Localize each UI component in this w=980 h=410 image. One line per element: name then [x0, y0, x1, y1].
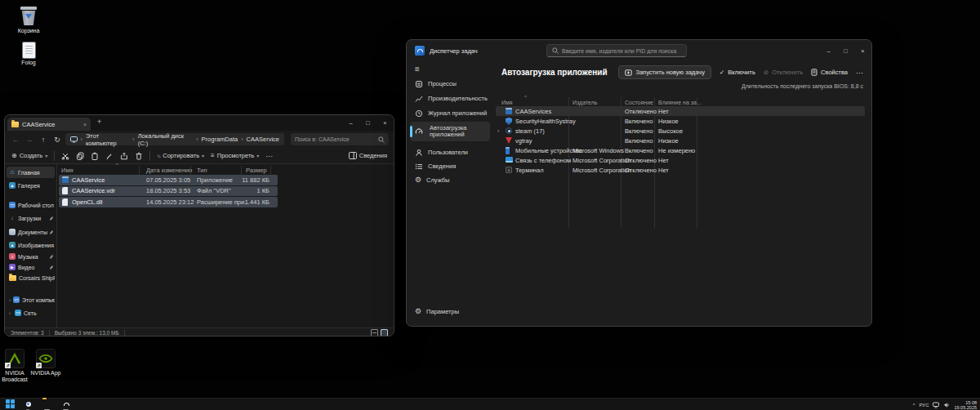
- sort-button[interactable]: ↑↓ Сортировать ▾: [157, 152, 204, 159]
- file-row[interactable]: OpenCL.dll 14.05.2025 23:12 Расширение п…: [59, 197, 278, 207]
- nav-item-startup-apps[interactable]: Автозагрузка приложений: [410, 122, 490, 141]
- view-lines-icon: ≡: [211, 152, 215, 159]
- close-button[interactable]: ×: [376, 115, 394, 131]
- view-button[interactable]: ≡ Просмотреть ▾: [211, 152, 259, 159]
- back-button[interactable]: ←: [10, 136, 21, 144]
- details-pane-button[interactable]: Сведения: [349, 152, 387, 159]
- breadcrumb-drive-c[interactable]: Локальный диск (C:): [138, 132, 194, 147]
- sidebar-item-home[interactable]: ⌂ Главная: [7, 167, 55, 178]
- breadcrumb-programdata[interactable]: ProgramData: [202, 136, 238, 143]
- column-header-name[interactable]: Имя: [61, 167, 74, 174]
- details-view-toggle-icon[interactable]: [371, 329, 378, 336]
- explorer-tab[interactable]: CAAService ×: [7, 118, 91, 131]
- column-header-impact[interactable]: Влияние на за...: [658, 100, 702, 105]
- startup-row[interactable]: vgtray Включено Низкое: [496, 136, 865, 145]
- properties-button[interactable]: Свойства: [811, 69, 848, 76]
- nav-item-services[interactable]: ⚙ Службы: [410, 174, 490, 186]
- tab-close-icon[interactable]: ×: [83, 122, 87, 127]
- pin-icon: [50, 216, 54, 220]
- hidden-icons-chevron[interactable]: ^: [913, 403, 915, 408]
- expand-chevron-icon[interactable]: ›: [9, 310, 12, 315]
- network-icon[interactable]: [933, 402, 939, 408]
- start-button[interactable]: [6, 399, 15, 408]
- paste-icon[interactable]: [91, 152, 99, 160]
- column-header-date[interactable]: Дата изменения: [146, 167, 192, 174]
- column-header-status[interactable]: Состояние: [625, 100, 653, 105]
- page-title: Автозагрузка приложений: [501, 68, 608, 77]
- column-header-size[interactable]: Размер: [246, 167, 267, 174]
- column-header-publisher[interactable]: Издатель: [572, 100, 597, 105]
- close-button[interactable]: ×: [854, 40, 871, 61]
- sidebar-item-music[interactable]: ♪ Музыка: [7, 251, 55, 262]
- search-input[interactable]: [562, 48, 681, 54]
- startup-row[interactable]: Мобильные устройства Microsoft Windows В…: [496, 145, 865, 155]
- new-button[interactable]: ⊕ Создать ▾: [11, 152, 47, 159]
- recycle-bin-icon: [20, 5, 38, 26]
- breadcrumb-this-pc[interactable]: Этот компьютер: [86, 132, 129, 147]
- disable-button[interactable]: ⊘ Отключить: [764, 69, 803, 76]
- forward-button[interactable]: →: [24, 136, 35, 144]
- desktop-icon-folog[interactable]: Folog: [6, 42, 51, 66]
- startup-row[interactable]: CAAServices Отключено Нет: [496, 106, 865, 116]
- hamburger-menu-icon[interactable]: ≡: [415, 65, 420, 74]
- sidebar-item-corsairs-shippack[interactable]: Corsairs ShipPack: [7, 272, 55, 283]
- column-header-name[interactable]: Имя: [501, 100, 513, 105]
- run-new-task-button[interactable]: Запустить новую задачу: [618, 65, 710, 79]
- startup-row[interactable]: SecurityHealthSystray Включено Низкое: [496, 116, 865, 126]
- sidebar-item-pictures[interactable]: ▴ Изображения: [7, 239, 55, 251]
- task-manager-search[interactable]: [546, 44, 687, 57]
- copy-icon[interactable]: [76, 152, 84, 160]
- language-indicator[interactable]: РУС: [919, 403, 929, 408]
- desktop-icon-nvidia-app[interactable]: ↗ NVIDIA App: [27, 349, 65, 377]
- rename-icon[interactable]: [105, 152, 114, 160]
- enable-button[interactable]: ✓ Включить: [719, 69, 755, 76]
- column-header-type[interactable]: Тип: [197, 167, 207, 174]
- up-button[interactable]: ↑: [38, 136, 49, 144]
- sidebar-item-desktop[interactable]: ▭ Рабочий стол: [7, 199, 55, 211]
- minimize-button[interactable]: –: [820, 40, 837, 61]
- startup-row[interactable]: › Терминал Microsoft Corporation Отключе…: [496, 165, 865, 175]
- new-tab-button[interactable]: +: [97, 118, 101, 126]
- explorer-search[interactable]: [291, 133, 389, 145]
- explorer-tab-bar: CAAService × + – □ ×: [5, 115, 394, 131]
- sidebar-item-this-pc[interactable]: › ▭ Этот компьютер: [7, 294, 55, 305]
- sidebar-item-downloads[interactable]: ↓ Загрузки: [7, 212, 55, 224]
- share-icon[interactable]: [120, 152, 128, 160]
- search-icon: [378, 136, 385, 143]
- more-options-button[interactable]: ···: [265, 152, 273, 160]
- nav-item-settings[interactable]: ⚙ Параметры: [410, 305, 490, 318]
- pin-icon: [50, 254, 54, 258]
- startup-row[interactable]: Связь с телефоном Microsoft Corporation …: [496, 155, 865, 165]
- search-input[interactable]: [295, 136, 376, 142]
- file-row[interactable]: CAAService.vdr 18.05.2025 3:53 Файл "VDR…: [59, 186, 278, 197]
- sidebar-item-network[interactable]: › ▭ Сеть: [7, 307, 55, 319]
- taskbar-clock[interactable]: 15:08 19.05.2025: [954, 400, 977, 410]
- maximize-button[interactable]: □: [359, 115, 376, 131]
- minimize-button[interactable]: –: [342, 115, 359, 131]
- expand-chevron-icon[interactable]: ›: [9, 297, 11, 302]
- sidebar-item-videos[interactable]: ▶ Видео: [7, 261, 55, 273]
- nav-item-app-history[interactable]: Журнал приложений: [410, 107, 490, 119]
- maximize-button[interactable]: □: [837, 40, 854, 61]
- nav-item-processes[interactable]: Процессы: [410, 78, 490, 90]
- task-manager-window: Диспетчер задач – □ × ≡ Процессы Произво…: [406, 39, 872, 327]
- startup-row[interactable]: › steam (17) Включено Высокое: [496, 126, 865, 136]
- desktop-icon-recycle-bin[interactable]: Корзина: [6, 5, 51, 34]
- nav-item-users[interactable]: Пользователи: [410, 146, 490, 158]
- refresh-button[interactable]: ↻: [51, 136, 63, 144]
- more-options-button[interactable]: ···: [856, 69, 863, 77]
- nav-item-performance[interactable]: Производительность: [410, 92, 490, 105]
- large-icons-view-toggle-icon[interactable]: [381, 329, 388, 336]
- sidebar-item-documents[interactable]: Документы: [7, 226, 55, 238]
- cut-icon[interactable]: [61, 152, 69, 160]
- folder-icon: [11, 122, 19, 127]
- volume-icon[interactable]: [943, 402, 950, 408]
- expand-chevron-icon[interactable]: ›: [497, 127, 500, 135]
- breadcrumb[interactable]: › Этот компьютер › Локальный диск (C:) ›…: [65, 133, 284, 145]
- file-row[interactable]: CAAService 07.05.2025 3:05 Приложение 11…: [59, 175, 278, 185]
- file-date: 07.05.2025 3:05: [146, 176, 190, 184]
- nav-item-details[interactable]: Сведения: [410, 160, 490, 172]
- delete-icon[interactable]: [135, 152, 143, 160]
- breadcrumb-caaservice[interactable]: CAAService: [247, 136, 279, 143]
- sidebar-item-gallery[interactable]: ▴ Галерея: [7, 180, 55, 191]
